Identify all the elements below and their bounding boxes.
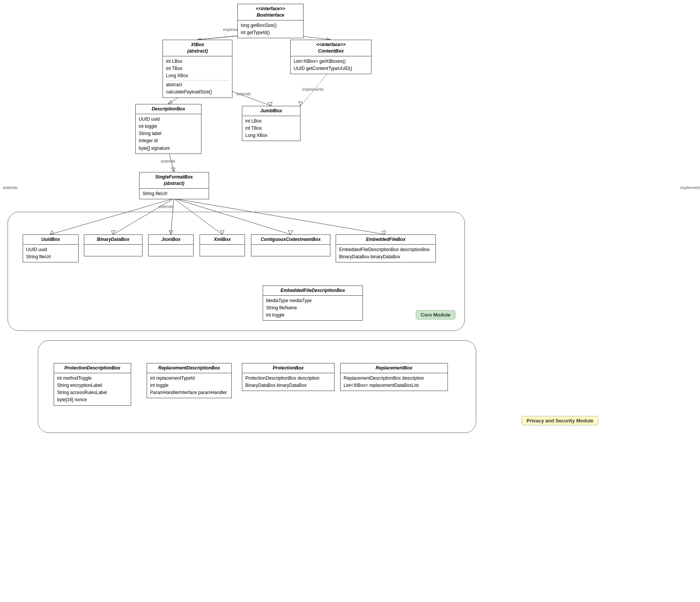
- field-replacementdescriptionbox-2: int toggle: [150, 382, 228, 389]
- field-protectionbox-1: ProtectionDescriptionBox description: [245, 375, 331, 382]
- box-contentbox: <<interface>> ContentBox List<XtBox> get…: [290, 40, 372, 74]
- name-jumblbox: JumblBox: [245, 108, 297, 114]
- field-replacementbox-1: ReplacementDescriptionBox description: [344, 375, 444, 382]
- field-protectiondescriptionbox-1: int methodToggle: [57, 375, 128, 382]
- svg-marker-10: [299, 101, 302, 106]
- box-binarydatabox: BinaryDataBox: [84, 234, 142, 256]
- stereotype-boxinterface: <<interface>>: [241, 6, 300, 12]
- name-replacementdescriptionbox: ReplacementDescriptionBox: [150, 365, 228, 371]
- label-implements2: implements: [302, 87, 324, 92]
- label-extends5: extends: [159, 204, 173, 209]
- box-contiguouscodestreambox: ContiguousCodestreamBox: [251, 234, 330, 256]
- name-jsonbox: JsonBox: [152, 236, 190, 243]
- name-singleformatbox: SingleFormatBox: [142, 174, 206, 180]
- name-embeddedfilebox: EmbeddedFileBox: [339, 236, 432, 243]
- core-module-container: [8, 212, 465, 331]
- label-extends-left: extends: [3, 185, 18, 190]
- svg-marker-6: [168, 100, 172, 104]
- name-protectionbox: ProtectionBox: [245, 365, 331, 371]
- name-binarydatabox: BinaryDataBox: [87, 236, 139, 243]
- label-extends3: extends: [236, 92, 251, 96]
- field-contentbox-2: UUID getContentTypeUUID(): [294, 65, 368, 72]
- name-xtbox-abstract: (abstract): [166, 48, 229, 54]
- name-contentbox: ContentBox: [294, 48, 368, 54]
- name-contiguouscodestreambox: ContiguousCodestreamBox: [254, 236, 327, 243]
- label-implements-right: implements: [680, 185, 700, 190]
- field-descriptionbox-2: int toggle: [139, 123, 198, 130]
- name-descriptionbox: DescriptionBox: [139, 106, 198, 112]
- name-singleformatbox-abstract: (abstract): [142, 180, 206, 187]
- box-protectiondescriptionbox: ProtectionDescriptionBox int methodToggl…: [54, 363, 131, 406]
- box-embeddedfiledescriptionbox: EmbeddedFileDescriptionBox MediaType med…: [263, 285, 363, 321]
- field-embeddedfiledescriptionbox-1: MediaType mediaType: [266, 297, 359, 304]
- box-jsonbox: JsonBox: [148, 234, 194, 256]
- field-protectiondescriptionbox-4: byte[16] nonce: [57, 396, 128, 403]
- name-embeddedfiledescriptionbox: EmbeddedFileDescriptionBox: [266, 287, 359, 294]
- box-replacementdescriptionbox: ReplacementDescriptionBox int replacemen…: [147, 363, 232, 398]
- field-jumblbox-2: int TBox: [245, 125, 297, 132]
- box-descriptionbox: DescriptionBox UUID uuid int toggle Stri…: [135, 104, 201, 154]
- field-boxinterface-2: int getTypeId(): [241, 29, 300, 36]
- field-replacementdescriptionbox-1: int replacementTypeId: [150, 375, 228, 382]
- label-extends4: extends: [161, 159, 175, 163]
- box-protectionbox: ProtectionBox ProtectionDescriptionBox d…: [242, 363, 335, 391]
- field-replacementdescriptionbox-3: ParamHandlerInterface paramHandler: [150, 389, 228, 396]
- svg-marker-8: [268, 102, 272, 106]
- field-protectiondescriptionbox-3: String accessRulesLabel: [57, 389, 128, 396]
- field-xtbox-3: Long XBox: [166, 72, 229, 79]
- box-xmlbox: XmlBox: [200, 234, 245, 256]
- core-module-label: Core Module: [416, 310, 455, 320]
- field-embeddedfilebox-1: EmbeddedFileDescriptionBox descriptionBo…: [339, 246, 432, 253]
- box-embeddedfilebox: EmbeddedFileBox EmbeddedFileDescriptionB…: [336, 234, 436, 262]
- field-xtbox-4: abstract calculatePayloadSize(): [166, 81, 229, 96]
- box-replacementbox: ReplacementBox ReplacementDescriptionBox…: [340, 363, 448, 391]
- field-descriptionbox-1: UUID uuid: [139, 116, 198, 123]
- field-protectiondescriptionbox-2: String encryptionLabel: [57, 382, 128, 389]
- field-embeddedfiledescriptionbox-3: int toggle: [266, 312, 359, 319]
- box-boxinterface: <<interface>> BoxInterface long getBoxSi…: [237, 4, 304, 38]
- name-uuidbox: UuidBox: [26, 236, 75, 243]
- name-xmlbox: XmlBox: [203, 236, 242, 243]
- privacy-module-label: Privacy and Security Module: [522, 416, 598, 425]
- field-jumblbox-1: int LBox: [245, 118, 297, 125]
- box-uuidbox: UuidBox UUID uuid String fileUrl: [23, 234, 79, 262]
- field-embeddedfilebox-2: BinaryDataBox binaryDataBox: [339, 253, 432, 261]
- field-contentbox-1: List<XtBox> getXtBoxes(): [294, 58, 368, 65]
- field-descriptionbox-4: Integer id: [139, 137, 198, 144]
- field-protectionbox-2: BinaryDataBox binaryDataBox: [245, 382, 331, 389]
- field-uuidbox-2: String fileUrl: [26, 253, 75, 261]
- svg-marker-12: [171, 168, 175, 172]
- field-boxinterface-1: long getBoxSize(): [241, 22, 300, 29]
- field-descriptionbox-3: String label: [139, 130, 198, 137]
- box-jumblbox: JumblBox int LBox int TBox Long XBox: [242, 106, 300, 141]
- field-replacementbox-2: List<XtBox> replacementDataBoxList: [344, 382, 444, 389]
- field-jumblbox-3: Long XBox: [245, 132, 297, 139]
- name-protectiondescriptionbox: ProtectionDescriptionBox: [57, 365, 128, 371]
- name-xtbox: XtBox: [166, 42, 229, 48]
- box-xtbox: XtBox (abstract) int LBox int TBox Long …: [163, 40, 232, 98]
- field-xtbox-1: int LBox: [166, 58, 229, 65]
- field-singleformatbox-1: String fileUrl: [142, 190, 206, 197]
- field-uuidbox-1: UUID uuid: [26, 246, 75, 253]
- diagram-container: implements extends extends extends imple…: [0, 0, 700, 602]
- name-boxinterface: BoxInterface: [241, 12, 300, 19]
- stereotype-contentbox: <<interface>>: [294, 42, 368, 48]
- field-embeddedfiledescriptionbox-2: String fileName: [266, 304, 359, 312]
- box-singleformatbox: SingleFormatBox (abstract) String fileUr…: [139, 172, 209, 199]
- name-replacementbox: ReplacementBox: [344, 365, 444, 371]
- field-descriptionbox-5: byte[] signature: [139, 145, 198, 152]
- field-xtbox-2: int TBox: [166, 65, 229, 72]
